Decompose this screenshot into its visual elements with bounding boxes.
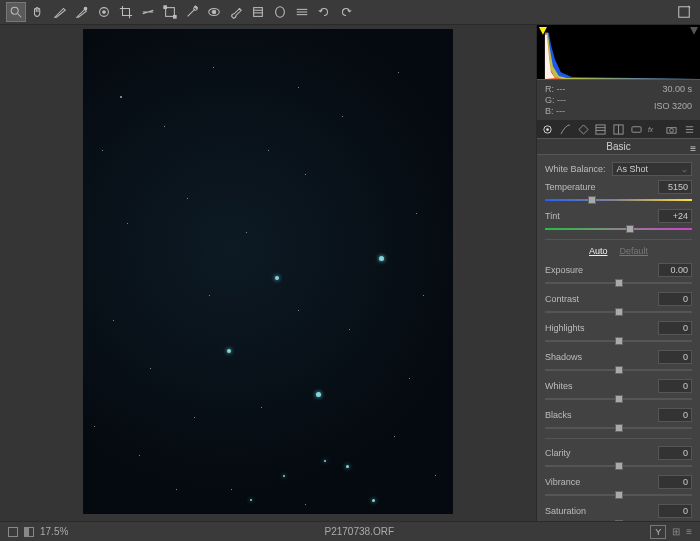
saturation-input[interactable] — [658, 504, 692, 518]
highlights-slider[interactable] — [545, 337, 692, 345]
spot-removal-tool[interactable] — [182, 2, 202, 22]
star — [372, 499, 375, 502]
highlights-label: Highlights — [545, 323, 585, 333]
svg-point-14 — [276, 7, 285, 18]
filmstrip-toggle-icon[interactable]: ⊞ — [672, 526, 680, 537]
exif-g-label: G: — [545, 95, 555, 105]
whites-slider[interactable] — [545, 395, 692, 403]
blacks-input[interactable] — [658, 408, 692, 422]
menu-icon[interactable]: ≡ — [686, 526, 692, 537]
star — [346, 465, 349, 468]
tint-slider[interactable] — [545, 225, 692, 233]
whites-input[interactable] — [658, 379, 692, 393]
tab-curve[interactable] — [559, 123, 573, 137]
star — [187, 198, 188, 199]
star — [102, 150, 103, 151]
auto-link[interactable]: Auto — [589, 246, 608, 256]
rotate-cw-tool[interactable] — [336, 2, 356, 22]
tint-input[interactable] — [658, 209, 692, 223]
star — [120, 96, 122, 98]
tab-lens[interactable] — [629, 123, 643, 137]
saturation-slider[interactable] — [545, 520, 692, 521]
exposure-label: Exposure — [545, 265, 583, 275]
wb-label: White Balance: — [545, 164, 606, 174]
star — [250, 499, 252, 501]
white-balance-tool[interactable] — [50, 2, 70, 22]
toolbar — [0, 0, 700, 25]
view-compare-icon[interactable] — [24, 527, 34, 537]
hand-tool[interactable] — [28, 2, 48, 22]
panel-tabs: fx — [537, 121, 700, 139]
mark-for-delete-icon[interactable] — [674, 2, 694, 22]
wb-value: As Shot — [617, 164, 649, 174]
crop-tool[interactable] — [116, 2, 136, 22]
star — [227, 349, 231, 353]
vibrance-slider[interactable] — [545, 491, 692, 499]
shadows-slider[interactable] — [545, 366, 692, 374]
contrast-input[interactable] — [658, 292, 692, 306]
transform-tool[interactable] — [160, 2, 180, 22]
preferences-tool[interactable] — [292, 2, 312, 22]
tab-basic[interactable] — [541, 123, 555, 137]
tab-fx[interactable]: fx — [647, 123, 661, 137]
highlight-clip-icon[interactable] — [690, 27, 698, 35]
panel-title: Basic ≡ — [537, 139, 700, 155]
adjustment-brush-tool[interactable] — [226, 2, 246, 22]
targeted-adjust-tool[interactable] — [94, 2, 114, 22]
exposure-input[interactable] — [658, 263, 692, 277]
exif-iso: ISO 3200 — [654, 101, 692, 117]
vibrance-label: Vibrance — [545, 477, 580, 487]
saturation-label: Saturation — [545, 506, 586, 516]
temperature-slider[interactable] — [545, 196, 692, 204]
star — [324, 460, 326, 462]
default-link[interactable]: Default — [619, 246, 648, 256]
red-eye-tool[interactable] — [204, 2, 224, 22]
radial-filter-tool[interactable] — [270, 2, 290, 22]
svg-point-2 — [84, 7, 87, 10]
panel-title-text: Basic — [606, 141, 630, 152]
straighten-tool[interactable] — [138, 2, 158, 22]
star — [316, 392, 321, 397]
zoom-level[interactable]: 17.5% — [40, 526, 68, 537]
tab-hsl[interactable] — [594, 123, 608, 137]
star — [435, 475, 436, 476]
highlights-input[interactable] — [658, 321, 692, 335]
tab-detail[interactable] — [576, 123, 590, 137]
tab-camera[interactable] — [665, 123, 679, 137]
exposure-slider[interactable] — [545, 279, 692, 287]
color-sampler-tool[interactable] — [72, 2, 92, 22]
canvas-area[interactable] — [0, 25, 536, 521]
right-panel: R: --- G: --- B: --- 30.00 s ISO 3200 fx — [536, 25, 700, 521]
clarity-slider[interactable] — [545, 462, 692, 470]
status-bar: 17.5% P2170738.ORF Y ⊞ ≡ — [0, 521, 700, 541]
star — [342, 116, 343, 117]
contrast-slider[interactable] — [545, 308, 692, 316]
svg-text:fx: fx — [648, 126, 654, 133]
star — [213, 67, 214, 68]
zoom-tool[interactable] — [6, 2, 26, 22]
contrast-label: Contrast — [545, 294, 579, 304]
graduated-filter-tool[interactable] — [248, 2, 268, 22]
histogram[interactable] — [537, 25, 700, 80]
tab-presets[interactable] — [682, 123, 696, 137]
vibrance-input[interactable] — [658, 475, 692, 489]
star — [164, 126, 165, 127]
blacks-slider[interactable] — [545, 424, 692, 432]
preview-toggle[interactable]: Y — [650, 525, 666, 539]
exif-b-value: --- — [556, 106, 565, 116]
view-single-icon[interactable] — [8, 527, 18, 537]
temperature-input[interactable] — [658, 180, 692, 194]
star — [261, 407, 262, 408]
tab-split[interactable] — [612, 123, 626, 137]
svg-rect-7 — [174, 16, 177, 19]
rotate-ccw-tool[interactable] — [314, 2, 334, 22]
tint-label: Tint — [545, 211, 560, 221]
clarity-input[interactable] — [658, 446, 692, 460]
star — [349, 329, 350, 330]
star — [209, 295, 210, 296]
shadows-input[interactable] — [658, 350, 692, 364]
svg-point-29 — [670, 129, 674, 133]
star — [379, 256, 384, 261]
wb-select[interactable]: As Shot ⌵ — [612, 162, 692, 176]
panel-menu-icon[interactable]: ≡ — [690, 141, 696, 157]
